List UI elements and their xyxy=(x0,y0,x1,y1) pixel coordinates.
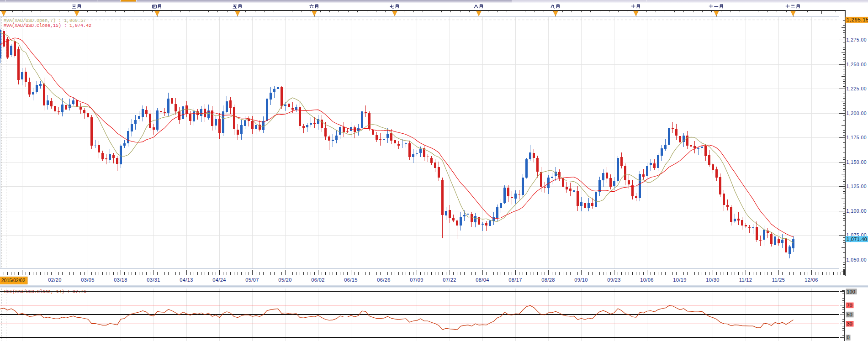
svg-text:06/15: 06/15 xyxy=(344,277,358,283)
svg-text:RSI(XAU/USD.Close, 14) : 37.76: RSI(XAU/USD.Close, 14) : 37.76 xyxy=(4,289,86,294)
svg-text:08/17: 08/17 xyxy=(508,277,522,283)
svg-text:2015/02/02: 2015/02/02 xyxy=(1,278,26,283)
svg-text:12/06: 12/06 xyxy=(804,277,818,283)
svg-text:1,125.00: 1,125.00 xyxy=(847,184,867,189)
svg-text:0: 0 xyxy=(847,335,850,340)
svg-text:100: 100 xyxy=(847,289,855,294)
svg-text:1,050.00: 1,050.00 xyxy=(847,257,867,262)
svg-text:05/20: 05/20 xyxy=(278,277,292,283)
svg-text:70: 70 xyxy=(847,303,852,308)
svg-text:04/24: 04/24 xyxy=(212,277,226,283)
svg-text:30: 30 xyxy=(847,321,852,326)
svg-text:1,175.00: 1,175.00 xyxy=(847,135,867,140)
svg-text:09/10: 09/10 xyxy=(574,277,588,283)
svg-text:1,200.00: 1,200.00 xyxy=(847,110,867,116)
svg-text:1,295.15: 1,295.15 xyxy=(847,17,868,22)
svg-text:MVA(XAU/USD.Close,15) : 1,074.: MVA(XAU/USD.Close,15) : 1,074.42 xyxy=(4,23,91,28)
svg-text:04/13: 04/13 xyxy=(180,277,193,283)
svg-text:06/26: 06/26 xyxy=(377,277,391,283)
svg-text:05/07: 05/07 xyxy=(245,277,259,283)
svg-text:1,225.00: 1,225.00 xyxy=(847,86,867,91)
svg-text:07/22: 07/22 xyxy=(443,277,456,283)
svg-text:1,250.00: 1,250.00 xyxy=(847,62,867,67)
svg-text:1,071.40: 1,071.40 xyxy=(847,236,867,242)
svg-text:11/12: 11/12 xyxy=(739,277,752,283)
svg-text:09/23: 09/23 xyxy=(607,277,621,283)
svg-text:10/30: 10/30 xyxy=(706,277,720,283)
svg-text:07/09: 07/09 xyxy=(410,277,423,283)
svg-text:10/19: 10/19 xyxy=(673,277,687,283)
svg-text:03/31: 03/31 xyxy=(147,277,160,283)
svg-text:06/02: 06/02 xyxy=(311,277,325,283)
svg-text:1,275.00: 1,275.00 xyxy=(847,37,867,42)
svg-text:10/06: 10/06 xyxy=(640,277,654,283)
svg-text:08/28: 08/28 xyxy=(541,277,555,283)
svg-text:11/25: 11/25 xyxy=(772,277,785,283)
svg-text:50: 50 xyxy=(847,312,852,317)
svg-text:08/04: 08/04 xyxy=(476,277,489,283)
svg-text:02/20: 02/20 xyxy=(48,277,62,283)
svg-text:03/18: 03/18 xyxy=(114,277,127,283)
svg-text:1,100.00: 1,100.00 xyxy=(847,208,867,214)
svg-text:MVA(XAU/USD.Open,7) : 1,069.57: MVA(XAU/USD.Open,7) : 1,069.57 xyxy=(4,18,86,23)
svg-text:03/05: 03/05 xyxy=(81,277,95,283)
svg-text:1,150.00: 1,150.00 xyxy=(847,159,867,165)
